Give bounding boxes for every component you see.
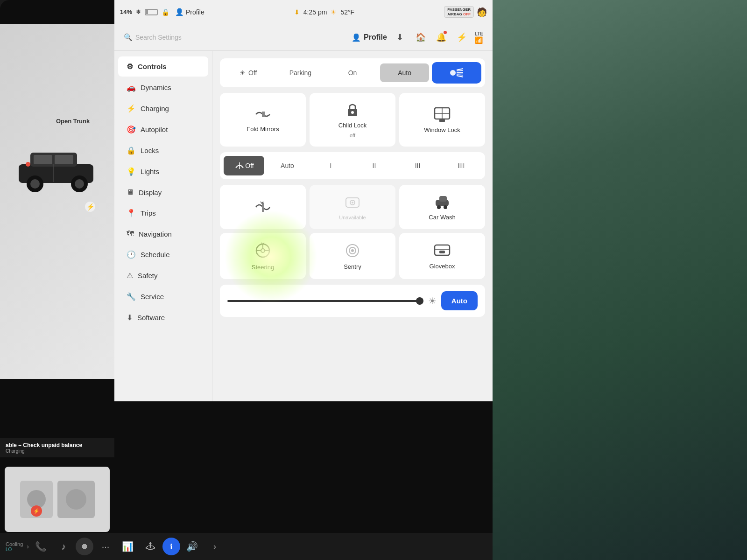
phone-button[interactable]: 📞 — [31, 536, 51, 557]
glovebox-card[interactable]: Glovebox — [399, 233, 485, 279]
sidebar-item-lights[interactable]: 💡 Lights — [118, 161, 208, 182]
glovebox-icon — [433, 242, 451, 259]
person-icon: 👤 — [175, 8, 184, 16]
svg-point-9 — [26, 162, 30, 167]
download-icon: ⬇ — [294, 8, 300, 16]
mirror-adjust-card[interactable] — [220, 185, 306, 229]
sidebar-item-trips[interactable]: 📍 Trips — [118, 203, 208, 223]
child-lock-card[interactable]: Child Lock off — [310, 93, 395, 147]
car-wash-card[interactable]: Car Wash — [399, 185, 485, 229]
garage-button[interactable]: 🏠 — [413, 30, 428, 45]
volume-button[interactable]: 🔊 — [182, 536, 203, 557]
car-wash-label: Car Wash — [429, 214, 455, 221]
screen-bezel: Open Trunk ⚡ able – — [0, 0, 747, 560]
fold-mirrors-label: Fold Mirrors — [247, 126, 279, 133]
svg-point-34 — [437, 205, 441, 209]
joystick-button[interactable]: 🕹 — [140, 536, 161, 557]
steering-icon — [254, 241, 272, 260]
profile-person-icon: 👤 — [352, 33, 361, 42]
schedule-icon: 🕐 — [127, 250, 136, 259]
sidebar-label-controls: Controls — [138, 63, 167, 70]
taskbar: Cooling LO › 📞 ♪ ⏺ ··· 📊 🕹 ℹ 🔊 › — [0, 533, 493, 560]
profile-header[interactable]: 👤 Profile — [352, 33, 387, 42]
wiper-speed3-label: III — [415, 162, 421, 169]
svg-rect-2 — [34, 155, 52, 164]
sidebar-item-safety[interactable]: ⚠ Safety — [118, 266, 208, 286]
window-lock-label: Window Lock — [424, 126, 460, 133]
sidebar-label-charging: Charging — [141, 105, 169, 112]
search-icon: 🔍 — [124, 33, 133, 42]
bluetooth-button[interactable]: ⚡ — [454, 30, 469, 45]
profile-button[interactable]: 👤 Profile — [175, 8, 204, 16]
search-input-area[interactable]: 🔍 Search Settings — [124, 33, 348, 42]
steering-card[interactable]: Steering — [220, 233, 306, 279]
car-wash-icon — [433, 193, 451, 210]
wiper-row: Off Auto I II III IIII — [220, 152, 485, 179]
mirror-adjust-icon — [254, 199, 272, 216]
svg-rect-44 — [435, 245, 450, 255]
wiper-off-button[interactable]: Off — [224, 156, 264, 175]
sidebar-item-locks[interactable]: 🔒 Locks — [118, 140, 208, 161]
fold-mirrors-card[interactable]: Fold Mirrors — [220, 93, 306, 147]
child-lock-icon — [344, 101, 361, 118]
notification-button[interactable]: 🔔 — [434, 30, 449, 45]
wiper-speed1-label: I — [330, 162, 332, 169]
info-button[interactable]: ℹ — [162, 538, 180, 555]
download-button[interactable]: ⬇ — [393, 30, 408, 45]
music-button[interactable]: ♪ — [53, 536, 74, 557]
lights-icon: 💡 — [127, 167, 136, 176]
svg-point-23 — [351, 111, 354, 114]
snowflake-icon: ❄ — [136, 8, 141, 15]
status-center: ⬇ 4:25 pm ☀ 52°F — [204, 8, 444, 16]
wiper-speed3-button[interactable]: III — [397, 156, 438, 175]
more-button[interactable]: ··· — [95, 536, 116, 557]
controls-icon: ⚙ — [127, 62, 133, 71]
wiper-off-icon — [234, 161, 245, 170]
arrow-right-button[interactable]: › — [204, 536, 225, 557]
sentry-card[interactable]: Sentry — [310, 233, 395, 279]
search-placeholder: Search Settings — [135, 34, 182, 41]
taskbar-chevron[interactable]: › — [27, 543, 29, 550]
lights-off-button[interactable]: ☀ Off — [224, 63, 273, 82]
sidebar-label-lights: Lights — [141, 168, 159, 175]
unavailable-card[interactable]: Unavailable — [310, 185, 395, 229]
wiper-auto-button[interactable]: Auto — [267, 156, 308, 175]
status-right: PASSENGER AIRBAG OFF 🧑 — [444, 6, 487, 18]
chart-button[interactable]: 📊 — [118, 536, 138, 557]
brightness-slider[interactable] — [227, 300, 423, 302]
sidebar-item-autopilot[interactable]: 🎯 Autopilot — [118, 119, 208, 140]
lights-parking-button[interactable]: Parking — [276, 63, 325, 82]
child-lock-label: Child Lock — [338, 122, 367, 129]
sidebar-label-display: Display — [139, 189, 162, 196]
wiper-speed4-button[interactable]: IIII — [441, 156, 481, 175]
navigation-icon: 🗺 — [127, 230, 134, 238]
sidebar-label-software: Software — [137, 314, 165, 322]
open-trunk-label[interactable]: Open Trunk — [56, 118, 90, 125]
high-beam-button[interactable] — [432, 62, 481, 84]
sidebar-label-trips: Trips — [141, 209, 156, 217]
fold-mirrors-icon — [254, 107, 272, 122]
sidebar-item-schedule[interactable]: 🕐 Schedule — [118, 245, 208, 265]
sidebar-label-service: Service — [141, 293, 164, 301]
sidebar-item-software[interactable]: ⬇ Software — [118, 308, 208, 328]
lights-on-label: On — [348, 69, 357, 77]
wiper-auto-label: Auto — [281, 162, 294, 169]
sidebar: ⚙ Controls 🚗 Dynamics ⚡ Charging 🎯 Autop… — [114, 51, 212, 401]
lights-auto-button[interactable]: Auto — [380, 63, 430, 82]
sidebar-item-controls[interactable]: ⚙ Controls — [118, 56, 208, 77]
thumbnail-svg: ⚡ — [15, 476, 99, 523]
profile-label: Profile — [186, 8, 204, 16]
auto-brightness-button[interactable]: Auto — [441, 291, 478, 310]
camera-button[interactable]: ⏺ — [76, 538, 93, 555]
sidebar-item-navigation[interactable]: 🗺 Navigation — [118, 224, 208, 244]
wiper-speed2-button[interactable]: II — [354, 156, 395, 175]
sidebar-item-service[interactable]: 🔧 Service — [118, 287, 208, 307]
window-lock-card[interactable]: Window Lock — [399, 93, 485, 147]
wiper-speed1-button[interactable]: I — [310, 156, 351, 175]
thumbnail-area: ⚡ — [5, 467, 110, 532]
sidebar-item-dynamics[interactable]: 🚗 Dynamics — [118, 77, 208, 98]
lights-on-button[interactable]: On — [328, 63, 377, 82]
sidebar-item-charging[interactable]: ⚡ Charging — [118, 98, 208, 119]
sidebar-item-display[interactable]: 🖥 Display — [118, 182, 208, 202]
time-display: 4:25 pm — [303, 8, 327, 16]
